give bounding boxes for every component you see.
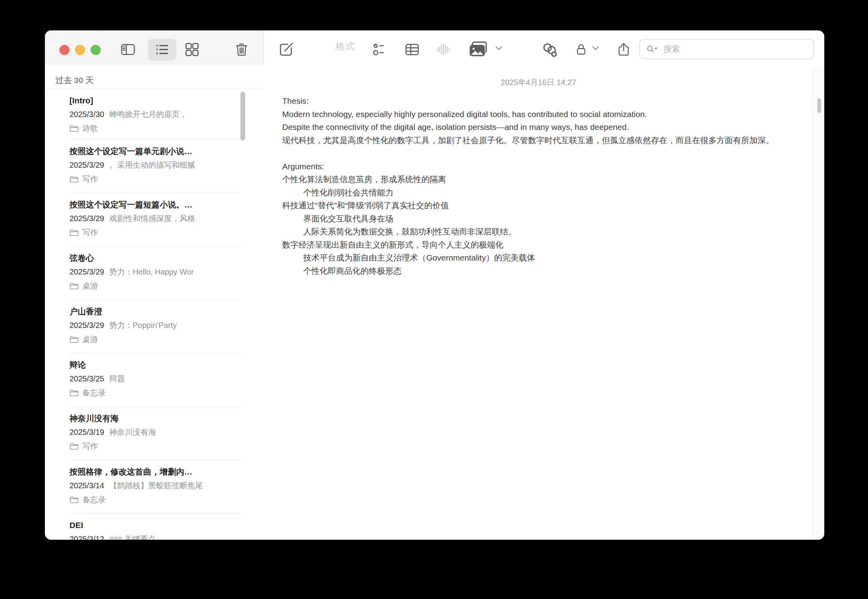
audio-button[interactable] <box>435 41 452 58</box>
note-folder: 备忘录 <box>82 494 106 505</box>
sidebar-toggle-icon <box>119 41 137 58</box>
compose-icon <box>277 41 295 58</box>
list-view-button[interactable] <box>153 41 171 58</box>
delete-note-button[interactable] <box>233 40 250 59</box>
zoom-button[interactable] <box>91 45 101 55</box>
minimize-button[interactable] <box>75 45 85 55</box>
chevron-down-icon[interactable] <box>591 45 600 51</box>
note-date: 2025/3/14 <box>69 480 104 491</box>
note-folder: 桌游 <box>82 281 98 291</box>
notes-window: 格式 <box>45 30 824 540</box>
grid-view-icon <box>183 41 201 58</box>
note-preview: 蝉鸣掀开七月的扉页， <box>109 109 187 120</box>
note-timestamp: 2025年4月16日 14:27 <box>264 77 813 88</box>
note-folder: 写作 <box>82 174 98 184</box>
note-list-item[interactable]: 神奈川没有海 2025/3/19 神奈川没有海 写作 <box>45 407 263 460</box>
chevron-down-icon[interactable] <box>494 45 503 51</box>
note-date: 2025/3/30 <box>69 109 104 120</box>
format-button[interactable]: 格式 <box>335 40 356 53</box>
table-button[interactable] <box>403 41 422 58</box>
link-button[interactable] <box>540 40 560 59</box>
note-body[interactable]: Thesis:Modern technology, especially hig… <box>282 94 797 277</box>
note-list-item[interactable]: 按照这个设定写一篇短篇小说。… 2025/3/29 戏剧性和情感深度，风格 写作 <box>45 193 263 246</box>
note-date: 2025/3/29 <box>69 160 104 170</box>
note-paragraph: 科技通过“替代”和“降级”削弱了真实社交的价值 <box>282 199 797 212</box>
note-folder: 桌游 <box>82 334 98 345</box>
note-list-item[interactable]: DEI 2025/3/12 ### 关键要点 <box>45 514 263 540</box>
waveform-icon <box>436 42 451 57</box>
folder-icon <box>69 175 79 183</box>
note-list-item[interactable]: 辩论 2025/3/25 辩题 备忘录 <box>45 353 263 407</box>
note-title: 按照这个设定写一篇短篇小说。… <box>69 199 245 210</box>
note-preview: 。采用生动的描写和细腻 <box>109 160 195 170</box>
trash-icon <box>234 41 249 58</box>
search-icon <box>645 44 660 55</box>
folder-icon <box>69 496 79 504</box>
folder-icon <box>69 229 79 237</box>
note-preview: 势力：Hello, Happy Wor <box>109 267 194 277</box>
note-folder: 写作 <box>82 441 98 452</box>
link-add-icon <box>541 40 559 59</box>
note-date: 2025/3/29 <box>69 213 104 224</box>
note-preview: 势力：Poppin'Party <box>109 320 177 331</box>
list-view-icon <box>153 42 171 57</box>
search-input[interactable] <box>663 44 781 54</box>
note-title: 户山香澄 <box>69 306 245 317</box>
note-list-item[interactable]: [Intro] 2025/3/30 蝉鸣掀开七月的扉页， 诗歌 <box>45 89 263 140</box>
checklist-button[interactable] <box>371 41 390 58</box>
note-date: 2025/3/19 <box>69 427 104 438</box>
note-list-sidebar: 过去 30 天 [Intro] 2025/3/30 蝉鸣掀开七月的扉页， 诗歌 … <box>45 65 263 540</box>
folder-icon <box>69 389 79 397</box>
note-paragraph: 人际关系简化为数据交换，鼓励功利性互动而非深层联结。 <box>282 225 797 238</box>
note-preview: 辩题 <box>109 374 125 384</box>
folder-icon <box>69 282 79 290</box>
note-folder: 备忘录 <box>82 388 106 398</box>
note-editor[interactable]: 2025年4月16日 14:27 Thesis:Modern technolog… <box>264 65 824 540</box>
note-title: 弦卷心 <box>69 253 245 264</box>
note-preview: 神奈川没有海 <box>109 427 156 438</box>
note-list-item[interactable]: 弦卷心 2025/3/29 势力：Hello, Happy Wor 桌游 <box>45 246 263 300</box>
list-section-header: 过去 30 天 <box>45 65 263 89</box>
note-paragraph <box>282 147 797 160</box>
compose-button[interactable] <box>277 40 295 59</box>
media-button[interactable] <box>466 40 491 59</box>
note-list-item[interactable]: 按照这个设定写一篇单元剧小说… 2025/3/29 。采用生动的描写和细腻 写作 <box>45 140 263 193</box>
note-title: [Intro] <box>69 95 245 106</box>
note-list-item[interactable]: 按照格律，修改这首曲，增删内… 2025/3/14 【鹊踏枝】黑蛟筋弦断焦尾 备… <box>45 460 263 514</box>
desktop: 格式 <box>0 0 868 599</box>
toolbar-right: 格式 <box>264 30 824 65</box>
folder-icon <box>69 336 79 344</box>
toolbar-left <box>45 30 263 65</box>
note-date: 2025/3/29 <box>69 320 104 331</box>
checklist-icon <box>372 41 389 58</box>
note-paragraph: 现代科技，尤其是高度个性化的数字工具，加剧了社会原子化。尽管数字时代互联互通，但… <box>282 134 797 147</box>
note-paragraph: 技术平台成为新自由主义治理术（Governmentality）的完美载体 <box>282 251 797 264</box>
editor-scrollbar-thumb[interactable] <box>817 98 821 113</box>
note-paragraph: 个性化算法制造信息茧房，形成系统性的隔离 <box>282 173 797 186</box>
share-icon <box>616 40 631 59</box>
note-paragraph: Thesis: <box>282 94 797 108</box>
window-controls <box>59 45 101 55</box>
grid-view-button[interactable] <box>183 41 201 58</box>
table-icon <box>403 41 421 58</box>
note-title: 神奈川没有海 <box>69 413 245 424</box>
folder-icon <box>69 125 79 133</box>
note-title: 按照这个设定写一篇单元剧小说… <box>69 146 245 157</box>
sidebar-scrollbar-thumb[interactable] <box>240 92 245 140</box>
note-preview: ### 关键要点 <box>109 534 156 540</box>
note-folder: 写作 <box>82 227 98 238</box>
content: 过去 30 天 [Intro] 2025/3/30 蝉鸣掀开七月的扉页， 诗歌 … <box>45 65 824 540</box>
folder-icon <box>69 443 79 450</box>
share-button[interactable] <box>615 39 632 60</box>
note-list-item[interactable]: 户山香澄 2025/3/29 势力：Poppin'Party 桌游 <box>45 300 263 353</box>
note-date: 2025/3/12 <box>69 534 104 540</box>
toolbar: 格式 <box>45 30 824 65</box>
sidebar-toggle-button[interactable] <box>119 41 137 58</box>
note-folder: 诗歌 <box>82 123 98 134</box>
note-paragraph: Despite the connectivity of the digital … <box>282 121 797 134</box>
lock-button[interactable] <box>573 40 589 59</box>
note-paragraph: Arguments: <box>282 160 797 173</box>
note-paragraph: 个性化削弱社会共情能力 <box>282 186 797 199</box>
close-button[interactable] <box>59 45 69 55</box>
editor-scroll-track <box>812 66 824 540</box>
